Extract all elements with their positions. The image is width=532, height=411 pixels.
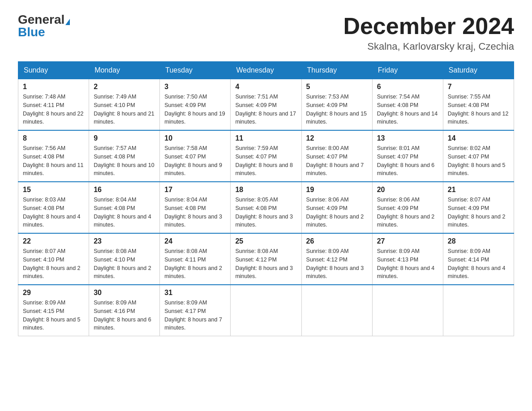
day-info: Sunrise: 8:09 AMSunset: 4:16 PMDaylight:… — [94, 299, 155, 332]
day-number: 14 — [448, 134, 509, 142]
title-section: December 2024 Skalna, Karlovarsky kraj, … — [343, 13, 514, 52]
day-info: Sunrise: 8:05 AMSunset: 4:08 PMDaylight:… — [235, 196, 296, 229]
calendar-cell: 19Sunrise: 8:06 AMSunset: 4:09 PMDayligh… — [301, 182, 372, 233]
day-info: Sunrise: 7:59 AMSunset: 4:07 PMDaylight:… — [235, 144, 296, 178]
day-number: 6 — [377, 83, 438, 91]
logo: General Blue — [18, 13, 70, 39]
calendar-cell — [443, 285, 514, 336]
calendar-week-row-1: 1Sunrise: 7:48 AMSunset: 4:11 PMDaylight… — [18, 79, 514, 131]
calendar-cell: 18Sunrise: 8:05 AMSunset: 4:08 PMDayligh… — [231, 182, 301, 233]
day-number: 3 — [164, 83, 226, 91]
day-number: 26 — [306, 237, 368, 245]
day-info: Sunrise: 8:09 AMSunset: 4:15 PMDaylight:… — [23, 299, 84, 332]
calendar-week-row-5: 29Sunrise: 8:09 AMSunset: 4:15 PMDayligh… — [18, 285, 514, 336]
calendar-cell: 21Sunrise: 8:07 AMSunset: 4:09 PMDayligh… — [443, 182, 514, 233]
day-number: 4 — [235, 83, 296, 91]
calendar-cell: 4Sunrise: 7:51 AMSunset: 4:09 PMDaylight… — [231, 79, 301, 131]
calendar-cell: 11Sunrise: 7:59 AMSunset: 4:07 PMDayligh… — [231, 130, 301, 182]
day-info: Sunrise: 7:54 AMSunset: 4:08 PMDaylight:… — [377, 93, 438, 126]
day-info: Sunrise: 8:04 AMSunset: 4:08 PMDaylight:… — [164, 196, 226, 229]
day-number: 11 — [235, 134, 296, 142]
day-number: 25 — [235, 237, 296, 245]
calendar-cell: 20Sunrise: 8:06 AMSunset: 4:09 PMDayligh… — [372, 182, 443, 233]
day-number: 19 — [306, 186, 368, 194]
calendar-cell: 28Sunrise: 8:09 AMSunset: 4:14 PMDayligh… — [443, 233, 514, 285]
calendar-cell: 8Sunrise: 7:56 AMSunset: 4:08 PMDaylight… — [18, 130, 89, 182]
calendar-cell — [301, 285, 372, 336]
day-info: Sunrise: 7:48 AMSunset: 4:11 PMDaylight:… — [23, 93, 84, 126]
col-header-friday: Friday — [372, 62, 443, 79]
day-info: Sunrise: 8:09 AMSunset: 4:12 PMDaylight:… — [306, 247, 368, 281]
col-header-monday: Monday — [89, 62, 160, 79]
calendar-cell: 22Sunrise: 8:07 AMSunset: 4:10 PMDayligh… — [18, 233, 89, 285]
calendar-cell: 14Sunrise: 8:02 AMSunset: 4:07 PMDayligh… — [443, 130, 514, 182]
day-info: Sunrise: 8:01 AMSunset: 4:07 PMDaylight:… — [377, 144, 438, 178]
day-number: 15 — [23, 186, 84, 194]
day-number: 8 — [23, 134, 84, 142]
calendar-table: SundayMondayTuesdayWednesdayThursdayFrid… — [18, 61, 514, 336]
day-number: 5 — [306, 83, 368, 91]
calendar-cell: 24Sunrise: 8:08 AMSunset: 4:11 PMDayligh… — [160, 233, 231, 285]
day-number: 31 — [164, 289, 226, 297]
day-info: Sunrise: 7:56 AMSunset: 4:08 PMDaylight:… — [23, 144, 84, 178]
calendar-cell: 27Sunrise: 8:09 AMSunset: 4:13 PMDayligh… — [372, 233, 443, 285]
calendar-cell: 12Sunrise: 8:00 AMSunset: 4:07 PMDayligh… — [301, 130, 372, 182]
calendar-header-row: SundayMondayTuesdayWednesdayThursdayFrid… — [18, 62, 514, 79]
day-info: Sunrise: 7:51 AMSunset: 4:09 PMDaylight:… — [235, 93, 296, 126]
day-info: Sunrise: 7:58 AMSunset: 4:07 PMDaylight:… — [164, 144, 226, 178]
calendar-week-row-4: 22Sunrise: 8:07 AMSunset: 4:10 PMDayligh… — [18, 233, 514, 285]
day-number: 20 — [377, 186, 438, 194]
day-info: Sunrise: 8:07 AMSunset: 4:10 PMDaylight:… — [23, 247, 84, 281]
calendar-cell — [231, 285, 301, 336]
day-info: Sunrise: 8:02 AMSunset: 4:07 PMDaylight:… — [448, 144, 509, 178]
day-info: Sunrise: 8:00 AMSunset: 4:07 PMDaylight:… — [306, 144, 368, 178]
logo-top: General — [18, 13, 70, 26]
day-number: 9 — [94, 134, 155, 142]
col-header-sunday: Sunday — [18, 62, 89, 79]
location-subtitle: Skalna, Karlovarsky kraj, Czechia — [343, 41, 514, 52]
calendar-cell: 3Sunrise: 7:50 AMSunset: 4:09 PMDaylight… — [160, 79, 231, 131]
day-number: 28 — [448, 237, 509, 245]
calendar-cell: 26Sunrise: 8:09 AMSunset: 4:12 PMDayligh… — [301, 233, 372, 285]
day-number: 27 — [377, 237, 438, 245]
calendar-cell: 23Sunrise: 8:08 AMSunset: 4:10 PMDayligh… — [89, 233, 160, 285]
day-info: Sunrise: 8:09 AMSunset: 4:17 PMDaylight:… — [164, 299, 226, 332]
day-info: Sunrise: 8:08 AMSunset: 4:11 PMDaylight:… — [164, 247, 226, 281]
calendar-cell: 6Sunrise: 7:54 AMSunset: 4:08 PMDaylight… — [372, 79, 443, 131]
day-info: Sunrise: 8:06 AMSunset: 4:09 PMDaylight:… — [377, 196, 438, 229]
day-info: Sunrise: 8:07 AMSunset: 4:09 PMDaylight:… — [448, 196, 509, 229]
calendar-cell: 13Sunrise: 8:01 AMSunset: 4:07 PMDayligh… — [372, 130, 443, 182]
day-info: Sunrise: 7:53 AMSunset: 4:09 PMDaylight:… — [306, 93, 368, 126]
calendar-cell: 15Sunrise: 8:03 AMSunset: 4:08 PMDayligh… — [18, 182, 89, 233]
day-info: Sunrise: 7:49 AMSunset: 4:10 PMDaylight:… — [94, 93, 155, 126]
calendar-cell — [372, 285, 443, 336]
col-header-tuesday: Tuesday — [160, 62, 231, 79]
day-info: Sunrise: 7:50 AMSunset: 4:09 PMDaylight:… — [164, 93, 226, 126]
calendar-cell: 17Sunrise: 8:04 AMSunset: 4:08 PMDayligh… — [160, 182, 231, 233]
day-number: 30 — [94, 289, 155, 297]
col-header-saturday: Saturday — [443, 62, 514, 79]
day-info: Sunrise: 8:09 AMSunset: 4:13 PMDaylight:… — [377, 247, 438, 281]
day-number: 21 — [448, 186, 509, 194]
day-number: 24 — [164, 237, 226, 245]
calendar-cell: 10Sunrise: 7:58 AMSunset: 4:07 PMDayligh… — [160, 130, 231, 182]
logo-blue-text: Blue — [18, 25, 45, 39]
header: General Blue December 2024 Skalna, Karlo… — [18, 13, 514, 52]
calendar-cell: 31Sunrise: 8:09 AMSunset: 4:17 PMDayligh… — [160, 285, 231, 336]
day-info: Sunrise: 8:06 AMSunset: 4:09 PMDaylight:… — [306, 196, 368, 229]
day-number: 22 — [23, 237, 84, 245]
calendar-cell: 25Sunrise: 8:08 AMSunset: 4:12 PMDayligh… — [231, 233, 301, 285]
day-info: Sunrise: 8:04 AMSunset: 4:08 PMDaylight:… — [94, 196, 155, 229]
day-number: 7 — [448, 83, 509, 91]
calendar-cell: 2Sunrise: 7:49 AMSunset: 4:10 PMDaylight… — [89, 79, 160, 131]
col-header-thursday: Thursday — [301, 62, 372, 79]
day-number: 2 — [94, 83, 155, 91]
calendar-cell: 5Sunrise: 7:53 AMSunset: 4:09 PMDaylight… — [301, 79, 372, 131]
logo-triangle-icon — [65, 19, 70, 25]
day-number: 17 — [164, 186, 226, 194]
calendar-cell: 29Sunrise: 8:09 AMSunset: 4:15 PMDayligh… — [18, 285, 89, 336]
calendar-cell: 9Sunrise: 7:57 AMSunset: 4:08 PMDaylight… — [89, 130, 160, 182]
day-info: Sunrise: 7:57 AMSunset: 4:08 PMDaylight:… — [94, 144, 155, 178]
day-info: Sunrise: 8:03 AMSunset: 4:08 PMDaylight:… — [23, 196, 84, 229]
day-number: 1 — [23, 83, 84, 91]
